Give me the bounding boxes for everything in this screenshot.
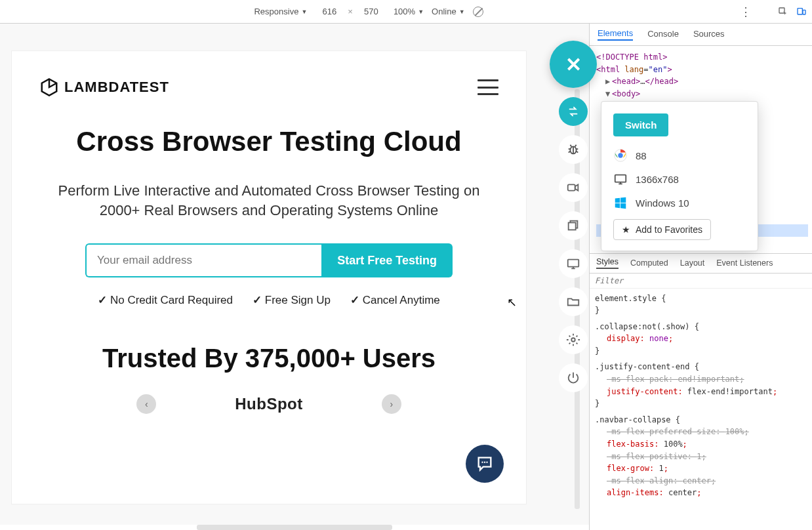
css-declaration[interactable]: flex-basis: 100%; bbox=[595, 438, 807, 451]
svg-point-4 bbox=[484, 462, 485, 463]
css-selector[interactable]: element.style bbox=[595, 294, 657, 303]
css-declaration[interactable]: display: none; bbox=[595, 333, 807, 345]
record-video-button[interactable] bbox=[559, 173, 588, 202]
css-selector[interactable]: .navbar-collapse bbox=[595, 415, 671, 424]
devtools-device-toolbar: Responsive ▼ × 100% ▼ Online ▼ ⋮ bbox=[0, 0, 812, 24]
switch-button[interactable]: Switch bbox=[613, 113, 668, 136]
monitor-icon bbox=[566, 256, 580, 271]
tab-elements[interactable]: Elements bbox=[598, 28, 633, 41]
preview-resize-handle-bottom[interactable] bbox=[197, 525, 392, 530]
chat-widget-button[interactable] bbox=[466, 445, 504, 483]
tab-console[interactable]: Console bbox=[647, 29, 679, 40]
chevron-down-icon: ▼ bbox=[418, 9, 424, 15]
files-button[interactable] bbox=[559, 287, 588, 316]
dom-node[interactable]: <html bbox=[596, 65, 624, 74]
chrome-icon bbox=[613, 148, 628, 163]
close-session-button[interactable]: ✕ bbox=[550, 41, 597, 88]
browser-version-value: 88 bbox=[636, 150, 647, 161]
config-browser-row[interactable]: 88 bbox=[613, 148, 746, 163]
lambdatest-session-toolbar: ✕ bbox=[550, 41, 597, 392]
svg-rect-9 bbox=[569, 222, 576, 230]
css-declaration[interactable]: flex-grow: 1; bbox=[595, 462, 807, 475]
start-free-testing-button[interactable]: Start Free Testing bbox=[321, 243, 453, 277]
settings-button[interactable] bbox=[559, 325, 588, 354]
favorite-label: Add to Favorites bbox=[636, 224, 702, 235]
os-value: Windows 10 bbox=[636, 197, 689, 209]
zoom-select[interactable]: 100% ▼ bbox=[394, 7, 424, 16]
hero-subtitle-line: 2000+ Real Browsers and Operating System… bbox=[39, 201, 498, 220]
add-to-favorites-button[interactable]: ★ Add to Favorites bbox=[613, 219, 711, 240]
device-preview-pane: LAMBDATEST Cross Browser Testing Cloud P… bbox=[0, 24, 589, 530]
change-resolution-button[interactable] bbox=[559, 249, 588, 278]
device-mode-select[interactable]: Responsive ▼ bbox=[254, 7, 307, 16]
end-session-button[interactable] bbox=[559, 363, 588, 392]
kebab-menu-icon[interactable]: ⋮ bbox=[740, 5, 752, 19]
css-selector[interactable]: .collapse:not(.show) bbox=[595, 322, 690, 331]
subtab-styles[interactable]: Styles bbox=[596, 257, 619, 269]
mark-bug-button[interactable] bbox=[559, 135, 588, 164]
css-declaration[interactable]: -ms-flex-align: center; bbox=[595, 475, 807, 487]
throttling-select[interactable]: Online ▼ bbox=[432, 7, 465, 16]
css-declaration[interactable]: align-items: center; bbox=[595, 487, 807, 499]
mobile-menu-button[interactable] bbox=[477, 79, 498, 95]
css-declaration[interactable]: -ms-flex-pack: end!important; bbox=[595, 373, 807, 386]
svg-rect-10 bbox=[568, 260, 579, 267]
dom-node[interactable]: <!DOCTYPE html> bbox=[596, 52, 667, 62]
viewport-height-input[interactable] bbox=[357, 7, 386, 16]
svg-point-11 bbox=[571, 338, 575, 342]
switch-config-popup: Switch 88 1366x768 Windows 10 ★ Add to F… bbox=[601, 101, 758, 251]
chat-icon bbox=[476, 455, 494, 473]
dom-node[interactable]: <head> bbox=[612, 77, 640, 86]
brand-logo[interactable]: LAMBDATEST bbox=[39, 77, 169, 97]
video-icon bbox=[566, 180, 580, 195]
switch-config-button[interactable] bbox=[559, 97, 588, 126]
windows-icon bbox=[613, 195, 628, 210]
styles-pane[interactable]: element.style { } .collapse:not(.show) {… bbox=[590, 289, 812, 504]
css-selector[interactable]: .justify-content-end bbox=[595, 362, 690, 371]
css-declaration[interactable]: -ms-flex-positive: 1; bbox=[595, 451, 807, 463]
inspect-element-icon[interactable] bbox=[778, 7, 788, 17]
trusted-heading: Trusted By 375,000+ Users bbox=[39, 344, 498, 373]
partner-logo: HubSpot bbox=[235, 395, 302, 413]
email-input[interactable] bbox=[85, 243, 321, 277]
styles-filter-input[interactable] bbox=[595, 276, 807, 285]
throttling-value: Online bbox=[432, 7, 457, 16]
css-declaration[interactable]: -ms-flex-preferred-size: 100%; bbox=[595, 426, 807, 438]
carousel-prev-button[interactable]: ‹ bbox=[136, 394, 156, 414]
svg-point-13 bbox=[618, 153, 622, 157]
rendered-page: LAMBDATEST Cross Browser Testing Cloud P… bbox=[12, 51, 526, 504]
svg-rect-7 bbox=[568, 184, 575, 190]
config-resolution-row[interactable]: 1366x768 bbox=[613, 172, 746, 186]
svg-rect-0 bbox=[779, 8, 784, 13]
devtools-panel: Elements Console Sources <!DOCTYPE html>… bbox=[589, 24, 812, 530]
tab-sources[interactable]: Sources bbox=[693, 29, 725, 40]
gear-icon bbox=[566, 333, 580, 347]
subtab-layout[interactable]: Layout bbox=[680, 258, 705, 268]
css-declaration[interactable]: justify-content: flex-end!important; bbox=[595, 386, 807, 398]
viewport-width-input[interactable] bbox=[315, 7, 344, 16]
carousel-next-button[interactable]: › bbox=[382, 394, 401, 414]
perk-item: No Credit Card Required bbox=[98, 293, 233, 307]
brand-name: LAMBDATEST bbox=[64, 79, 169, 96]
subtab-computed[interactable]: Computed bbox=[630, 258, 668, 268]
config-os-row[interactable]: Windows 10 bbox=[613, 195, 746, 210]
stack-icon bbox=[566, 218, 580, 233]
swap-icon bbox=[566, 104, 580, 119]
monitor-icon bbox=[613, 172, 628, 186]
gallery-button[interactable] bbox=[559, 211, 588, 240]
folder-icon bbox=[566, 295, 580, 309]
device-mode-label: Responsive bbox=[254, 7, 298, 16]
svg-point-3 bbox=[481, 462, 483, 463]
perks-row: No Credit Card Required Free Sign Up Can… bbox=[39, 293, 498, 307]
perk-item: Free Sign Up bbox=[253, 293, 331, 307]
svg-rect-2 bbox=[803, 10, 805, 14]
subtab-event-listeners[interactable]: Event Listeners bbox=[716, 258, 773, 268]
hero-subtitle: Perform Live Interactive and Automated C… bbox=[39, 181, 498, 220]
bug-icon bbox=[566, 142, 580, 157]
rotate-icon[interactable] bbox=[473, 7, 483, 17]
dom-node[interactable]: <body> bbox=[612, 89, 640, 98]
toggle-device-toolbar-icon[interactable] bbox=[796, 7, 807, 17]
svg-point-5 bbox=[486, 462, 487, 463]
hero-subtitle-line: Perform Live Interactive and Automated C… bbox=[39, 181, 498, 201]
hero-title: Cross Browser Testing Cloud bbox=[39, 126, 498, 157]
